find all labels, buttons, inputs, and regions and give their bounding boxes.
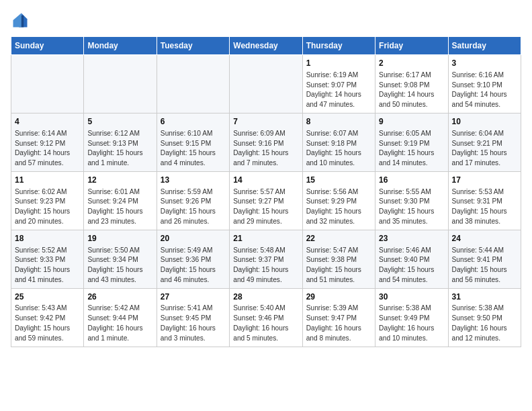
day-number: 23 [379, 233, 444, 244]
day-number: 20 [161, 233, 226, 244]
day-number: 8 [306, 116, 371, 128]
calendar-table: SundayMondayTuesdayWednesdayThursdayFrid… [11, 36, 521, 347]
day-number: 19 [87, 233, 152, 244]
day-number: 12 [87, 175, 152, 186]
calendar-cell: 22Sunrise: 5:47 AM Sunset: 9:38 PM Dayli… [302, 230, 375, 288]
day-content: Sunrise: 5:42 AM Sunset: 9:44 PM Dayligh… [87, 304, 152, 343]
day-content: Sunrise: 6:12 AM Sunset: 9:13 PM Dayligh… [87, 129, 152, 169]
day-content: Sunrise: 5:49 AM Sunset: 9:36 PM Dayligh… [161, 246, 226, 285]
calendar-cell: 21Sunrise: 5:48 AM Sunset: 9:37 PM Dayli… [230, 230, 302, 288]
day-number: 11 [15, 175, 80, 186]
day-content: Sunrise: 6:01 AM Sunset: 9:24 PM Dayligh… [87, 187, 152, 227]
calendar-cell: 31Sunrise: 5:38 AM Sunset: 9:50 PM Dayli… [448, 288, 521, 347]
day-content: Sunrise: 5:50 AM Sunset: 9:34 PM Dayligh… [87, 246, 152, 285]
calendar-cell: 7Sunrise: 6:09 AM Sunset: 9:16 PM Daylig… [230, 113, 302, 171]
calendar-week-4: 18Sunrise: 5:52 AM Sunset: 9:33 PM Dayli… [11, 230, 521, 288]
day-number: 13 [161, 175, 226, 186]
svg-marker-2 [13, 13, 21, 28]
day-content: Sunrise: 6:04 AM Sunset: 9:21 PM Dayligh… [452, 129, 517, 169]
calendar-cell: 18Sunrise: 5:52 AM Sunset: 9:33 PM Dayli… [11, 230, 84, 288]
logo-icon [11, 11, 30, 30]
day-content: Sunrise: 6:16 AM Sunset: 9:10 PM Dayligh… [452, 71, 517, 110]
day-content: Sunrise: 6:17 AM Sunset: 9:08 PM Dayligh… [379, 71, 444, 110]
day-content: Sunrise: 5:52 AM Sunset: 9:33 PM Dayligh… [15, 246, 80, 285]
day-number: 4 [15, 116, 80, 128]
calendar-cell: 14Sunrise: 5:57 AM Sunset: 9:27 PM Dayli… [230, 171, 302, 230]
day-content: Sunrise: 6:09 AM Sunset: 9:16 PM Dayligh… [233, 129, 298, 169]
day-number: 6 [161, 116, 226, 128]
calendar-cell: 28Sunrise: 5:40 AM Sunset: 9:46 PM Dayli… [230, 288, 302, 347]
calendar-cell: 3Sunrise: 6:16 AM Sunset: 9:10 PM Daylig… [448, 55, 521, 113]
day-number: 26 [87, 291, 152, 303]
day-content: Sunrise: 6:05 AM Sunset: 9:19 PM Dayligh… [379, 129, 444, 169]
day-content: Sunrise: 6:02 AM Sunset: 9:23 PM Dayligh… [15, 187, 80, 227]
day-content: Sunrise: 5:53 AM Sunset: 9:31 PM Dayligh… [452, 187, 517, 227]
calendar-week-3: 11Sunrise: 6:02 AM Sunset: 9:23 PM Dayli… [11, 171, 521, 230]
calendar-week-1: 1Sunrise: 6:19 AM Sunset: 9:07 PM Daylig… [11, 55, 521, 113]
day-content: Sunrise: 5:47 AM Sunset: 9:38 PM Dayligh… [306, 246, 371, 285]
day-number: 3 [452, 58, 517, 69]
day-content: Sunrise: 6:14 AM Sunset: 9:12 PM Dayligh… [15, 129, 80, 169]
day-content: Sunrise: 5:56 AM Sunset: 9:29 PM Dayligh… [306, 187, 371, 227]
calendar-cell [11, 55, 84, 113]
day-content: Sunrise: 5:38 AM Sunset: 9:49 PM Dayligh… [379, 304, 444, 343]
day-number: 31 [452, 291, 517, 303]
day-number: 14 [233, 175, 298, 186]
calendar-cell: 13Sunrise: 5:59 AM Sunset: 9:26 PM Dayli… [157, 171, 229, 230]
day-content: Sunrise: 5:57 AM Sunset: 9:27 PM Dayligh… [233, 187, 298, 227]
calendar-cell [230, 55, 302, 113]
calendar-cell [84, 55, 157, 113]
column-header-saturday: Saturday [448, 37, 521, 55]
day-number: 2 [379, 58, 444, 69]
day-content: Sunrise: 5:43 AM Sunset: 9:42 PM Dayligh… [15, 304, 80, 343]
column-header-wednesday: Wednesday [230, 37, 302, 55]
calendar-cell: 29Sunrise: 5:39 AM Sunset: 9:47 PM Dayli… [302, 288, 375, 347]
calendar-cell: 4Sunrise: 6:14 AM Sunset: 9:12 PM Daylig… [11, 113, 84, 171]
calendar-cell: 23Sunrise: 5:46 AM Sunset: 9:40 PM Dayli… [375, 230, 448, 288]
day-content: Sunrise: 5:48 AM Sunset: 9:37 PM Dayligh… [233, 246, 298, 285]
day-number: 24 [452, 233, 517, 244]
day-content: Sunrise: 5:46 AM Sunset: 9:40 PM Dayligh… [379, 246, 444, 285]
day-number: 25 [15, 291, 80, 303]
calendar-cell [157, 55, 229, 113]
calendar-cell: 17Sunrise: 5:53 AM Sunset: 9:31 PM Dayli… [448, 171, 521, 230]
day-content: Sunrise: 6:07 AM Sunset: 9:18 PM Dayligh… [306, 129, 371, 169]
calendar-cell: 25Sunrise: 5:43 AM Sunset: 9:42 PM Dayli… [11, 288, 84, 347]
calendar-cell: 11Sunrise: 6:02 AM Sunset: 9:23 PM Dayli… [11, 171, 84, 230]
calendar-cell: 15Sunrise: 5:56 AM Sunset: 9:29 PM Dayli… [302, 171, 375, 230]
day-number: 5 [87, 116, 152, 128]
calendar-cell: 2Sunrise: 6:17 AM Sunset: 9:08 PM Daylig… [375, 55, 448, 113]
day-number: 27 [161, 291, 226, 303]
day-number: 29 [306, 291, 371, 303]
day-content: Sunrise: 5:39 AM Sunset: 9:47 PM Dayligh… [306, 304, 371, 343]
day-number: 10 [452, 116, 517, 128]
calendar-header-row: SundayMondayTuesdayWednesdayThursdayFrid… [11, 37, 521, 55]
calendar-cell: 20Sunrise: 5:49 AM Sunset: 9:36 PM Dayli… [157, 230, 229, 288]
day-number: 17 [452, 175, 517, 186]
day-number: 1 [306, 58, 371, 69]
calendar-cell: 1Sunrise: 6:19 AM Sunset: 9:07 PM Daylig… [302, 55, 375, 113]
day-content: Sunrise: 5:59 AM Sunset: 9:26 PM Dayligh… [161, 187, 226, 227]
calendar-cell: 30Sunrise: 5:38 AM Sunset: 9:49 PM Dayli… [375, 288, 448, 347]
day-number: 9 [379, 116, 444, 128]
calendar-cell: 5Sunrise: 6:12 AM Sunset: 9:13 PM Daylig… [84, 113, 157, 171]
column-header-friday: Friday [375, 37, 448, 55]
calendar-cell: 6Sunrise: 6:10 AM Sunset: 9:15 PM Daylig… [157, 113, 229, 171]
day-number: 21 [233, 233, 298, 244]
day-number: 15 [306, 175, 371, 186]
calendar-week-5: 25Sunrise: 5:43 AM Sunset: 9:42 PM Dayli… [11, 288, 521, 347]
day-content: Sunrise: 5:44 AM Sunset: 9:41 PM Dayligh… [452, 246, 517, 285]
page-header [11, 11, 521, 30]
day-number: 30 [379, 291, 444, 303]
calendar-cell: 9Sunrise: 6:05 AM Sunset: 9:19 PM Daylig… [375, 113, 448, 171]
column-header-thursday: Thursday [302, 37, 375, 55]
day-content: Sunrise: 5:55 AM Sunset: 9:30 PM Dayligh… [379, 187, 444, 227]
day-number: 22 [306, 233, 371, 244]
calendar-cell: 8Sunrise: 6:07 AM Sunset: 9:18 PM Daylig… [302, 113, 375, 171]
calendar-cell: 16Sunrise: 5:55 AM Sunset: 9:30 PM Dayli… [375, 171, 448, 230]
day-number: 16 [379, 175, 444, 186]
day-content: Sunrise: 6:19 AM Sunset: 9:07 PM Dayligh… [306, 71, 371, 110]
column-header-sunday: Sunday [11, 37, 84, 55]
calendar-cell: 27Sunrise: 5:41 AM Sunset: 9:45 PM Dayli… [157, 288, 229, 347]
day-content: Sunrise: 5:38 AM Sunset: 9:50 PM Dayligh… [452, 304, 517, 343]
